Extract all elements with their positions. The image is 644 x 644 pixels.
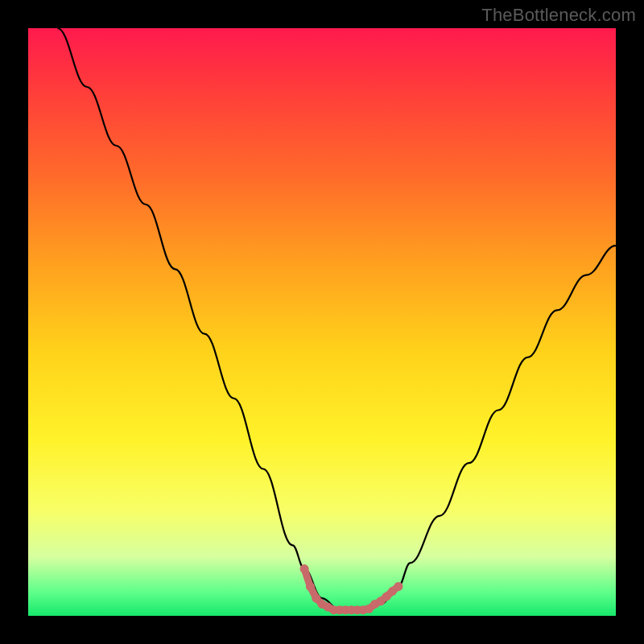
flat-bottom-highlight (300, 564, 403, 614)
highlight-dot (306, 582, 315, 591)
chart-svg (28, 28, 616, 616)
chart-frame: TheBottleneck.com (0, 0, 644, 644)
highlight-dot (300, 564, 309, 573)
curve-line (58, 28, 617, 610)
highlight-dot (394, 582, 402, 591)
watermark-text: TheBottleneck.com (481, 5, 636, 26)
plot-area (28, 28, 616, 616)
